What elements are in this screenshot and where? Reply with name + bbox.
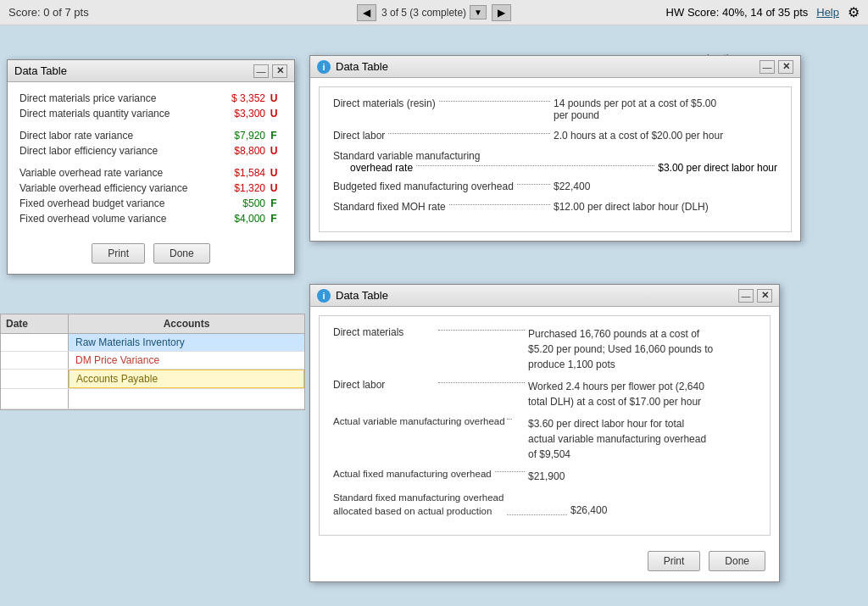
minimize-button[interactable]: — (253, 64, 269, 78)
dots (449, 204, 550, 205)
cell-date (1, 334, 69, 351)
standard-table-content: Direct materials (resin) 14 pounds per p… (319, 86, 792, 232)
variance-label: Direct labor rate variance (19, 130, 202, 142)
nav-prev-button[interactable]: ◀ (357, 4, 376, 21)
variance-value: $7,920 (202, 130, 265, 142)
nav-center: ◀ 3 of 5 (3 complete) ▼ ▶ (357, 4, 511, 21)
cell-date (1, 352, 69, 369)
variance-uf: U (265, 167, 282, 179)
nav-next-button[interactable]: ▶ (492, 4, 511, 21)
label-text: Budgeted fixed manufacturing overhead (333, 181, 514, 192)
row-value: 14 pounds per pot at a cost of $5.00per … (554, 97, 777, 121)
window-controls: — ✕ (253, 64, 287, 78)
cell-account: DM Price Variance (69, 352, 304, 369)
actual-label: Actual variable manufacturing overhead (333, 416, 528, 426)
variance-uf: F (265, 197, 282, 209)
dots (517, 184, 550, 185)
close-button[interactable]: ✕ (778, 60, 793, 74)
window-actual-title: Data Table (336, 289, 388, 302)
minimize-button[interactable]: — (738, 289, 754, 303)
data-sub-row: overhead rate $3.00 per direct labor hou… (333, 162, 777, 174)
nav-info: 3 of 5 (3 complete) ▼ (381, 5, 487, 19)
cell-account: Raw Materials Inventory (69, 334, 304, 351)
sub-label: overhead rate $3.00 per direct labor hou… (350, 162, 777, 174)
label-text: Direct materials (resin) (333, 97, 436, 109)
col-accounts-header: Accounts (69, 314, 304, 333)
variance-value: $1,584 (202, 167, 265, 179)
variance-value: $3,300 (202, 108, 265, 120)
variance-label: Direct materials price variance (19, 92, 202, 104)
window-standard: i Data Table — ✕ Direct materials (resin… (309, 55, 801, 242)
info-icon: i (317, 289, 331, 303)
window-actual-titlebar: i Data Table — ✕ (310, 285, 779, 307)
nav-dropdown-button[interactable]: ▼ (470, 5, 487, 19)
actual-row-sfmoa: Standard fixed manufacturing overheadall… (333, 491, 756, 518)
table-row: DM Price Variance (1, 352, 304, 370)
print-button[interactable]: Print (92, 243, 145, 264)
actual-buttons: Print Done (310, 544, 779, 581)
minimize-button[interactable]: — (760, 60, 775, 74)
variance-value: $ 3,352 (202, 92, 265, 104)
window-variance-titlebar: Data Table — ✕ (8, 60, 294, 82)
variance-label: Variable overhead rate variance (19, 167, 202, 179)
col-date-header: Date (1, 314, 69, 333)
table-row: Accounts Payable (1, 370, 304, 389)
window-standard-titlebar: i Data Table — ✕ (310, 56, 800, 78)
variance-label: Direct labor efficiency variance (19, 145, 202, 157)
actual-row-afmo: Actual fixed manufacturing overhead $21,… (333, 469, 756, 484)
gear-icon[interactable]: ⚙ (848, 4, 860, 20)
variance-value: $4,000 (202, 213, 265, 225)
variance-label: Variable overhead efficiency variance (19, 182, 202, 194)
window-standard-title: Data Table (336, 60, 388, 73)
actual-row-avmo: Actual variable manufacturing overhead $… (333, 416, 756, 462)
data-row-dl: Direct labor 2.0 hours at a cost of $20.… (333, 130, 777, 142)
actual-label: Actual fixed manufacturing overhead (333, 469, 528, 479)
variance-value: $1,320 (202, 182, 265, 194)
dots (507, 514, 567, 515)
actual-value: $21,900 (528, 469, 756, 484)
print-button[interactable]: Print (648, 551, 701, 571)
label-text: Direct labor (333, 379, 435, 391)
data-row-svm: Standard variable manufacturing overhead… (333, 150, 777, 174)
top-bar: Score: 0 of 7 pts ◀ 3 of 5 (3 complete) … (0, 0, 868, 25)
dots (388, 133, 550, 134)
label-text: Actual variable manufacturing overhead (333, 416, 505, 426)
done-button[interactable]: Done (709, 551, 765, 571)
variance-value: $8,800 (202, 145, 265, 157)
done-button[interactable]: Done (153, 243, 210, 264)
row-label: Standard fixed MOH rate (333, 201, 554, 213)
label-text: Standard fixed manufacturing overheadall… (333, 491, 504, 518)
actual-value: Purchased 16,760 pounds at a cost of$5.2… (528, 326, 756, 372)
dots (438, 382, 525, 383)
titlebar-left: i Data Table (317, 289, 388, 303)
sub-label-text: overhead rate (350, 162, 413, 174)
window-controls: — ✕ (738, 289, 772, 303)
help-link[interactable]: Help (816, 6, 839, 19)
row-label: Budgeted fixed manufacturing overhead (333, 181, 554, 192)
data-row-sfmo: Standard fixed MOH rate $12.00 per direc… (333, 201, 777, 213)
actual-label: Standard fixed manufacturing overheadall… (333, 491, 570, 518)
variance-table-content: Direct materials price variance $ 3,352 … (8, 82, 294, 235)
close-button[interactable]: ✕ (757, 289, 772, 303)
close-button[interactable]: ✕ (272, 64, 287, 78)
actual-label: Direct labor (333, 379, 528, 391)
actual-table-content: Direct materials Purchased 16,760 pounds… (319, 315, 771, 536)
table-header: Date Accounts (1, 314, 304, 334)
row-value: $12.00 per direct labor hour (DLH) (554, 201, 777, 213)
variance-row: Variable overhead efficiency variance $1… (19, 181, 282, 196)
variance-uf: F (265, 130, 282, 142)
actual-label: Direct materials (333, 326, 528, 338)
variance-uf: U (265, 182, 282, 194)
actual-row-dl: Direct labor Worked 2.4 hours per flower… (333, 379, 756, 409)
table-row: Raw Materials Inventory (1, 334, 304, 352)
actual-value: $3.60 per direct labor hour for totalact… (528, 416, 756, 462)
cell-account: Accounts Payable (69, 370, 304, 388)
window-variance-title: Data Table (14, 64, 67, 77)
titlebar-left: Data Table (14, 64, 67, 77)
background-table: Date Accounts Raw Materials Inventory DM… (0, 314, 305, 410)
variance-row: Direct labor rate variance $7,920 F (19, 128, 282, 143)
row-main-label: Standard variable manufacturing (333, 150, 777, 162)
label-text: Direct materials (333, 326, 435, 338)
variance-row: Direct materials price variance $ 3,352 … (19, 91, 282, 106)
variance-row: Variable overhead rate variance $1,584 U (19, 165, 282, 181)
